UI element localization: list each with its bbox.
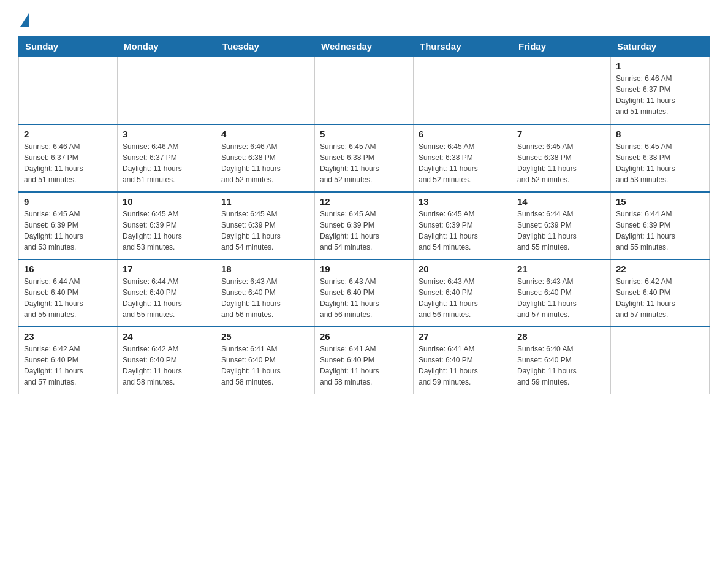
- calendar-day-cell: 25Sunrise: 6:41 AM Sunset: 6:40 PM Dayli…: [216, 327, 315, 394]
- day-number: 25: [221, 331, 309, 342]
- day-number: 12: [320, 196, 408, 207]
- day-info: Sunrise: 6:45 AM Sunset: 6:38 PM Dayligh…: [616, 141, 704, 185]
- calendar-day-cell: [611, 327, 710, 394]
- logo: [18, 12, 29, 25]
- calendar-day-cell: 8Sunrise: 6:45 AM Sunset: 6:38 PM Daylig…: [611, 124, 710, 192]
- calendar-day-header: Saturday: [611, 36, 710, 57]
- day-number: 4: [221, 129, 309, 139]
- day-number: 28: [517, 331, 605, 342]
- calendar-day-cell: 10Sunrise: 6:45 AM Sunset: 6:39 PM Dayli…: [118, 192, 216, 259]
- calendar-day-cell: 22Sunrise: 6:42 AM Sunset: 6:40 PM Dayli…: [611, 259, 710, 327]
- day-info: Sunrise: 6:46 AM Sunset: 6:37 PM Dayligh…: [616, 73, 704, 117]
- calendar-day-cell: 19Sunrise: 6:43 AM Sunset: 6:40 PM Dayli…: [315, 259, 414, 327]
- calendar-day-header: Friday: [512, 36, 611, 57]
- day-info: Sunrise: 6:42 AM Sunset: 6:40 PM Dayligh…: [616, 276, 704, 320]
- day-info: Sunrise: 6:42 AM Sunset: 6:40 PM Dayligh…: [24, 343, 112, 388]
- calendar-day-cell: [118, 57, 216, 124]
- calendar-day-cell: 4Sunrise: 6:46 AM Sunset: 6:38 PM Daylig…: [216, 124, 315, 192]
- calendar-week-row: 2Sunrise: 6:46 AM Sunset: 6:37 PM Daylig…: [19, 124, 710, 192]
- calendar-day-header: Sunday: [19, 36, 118, 57]
- day-number: 21: [517, 264, 605, 274]
- day-info: Sunrise: 6:45 AM Sunset: 6:39 PM Dayligh…: [24, 209, 112, 253]
- calendar-day-header: Tuesday: [216, 36, 315, 57]
- calendar-day-header: Monday: [118, 36, 216, 57]
- day-number: 17: [123, 264, 211, 274]
- day-number: 5: [320, 129, 408, 139]
- day-number: 24: [123, 331, 211, 342]
- day-info: Sunrise: 6:41 AM Sunset: 6:40 PM Dayligh…: [419, 343, 507, 388]
- calendar-table: SundayMondayTuesdayWednesdayThursdayFrid…: [18, 36, 710, 394]
- calendar-week-row: 16Sunrise: 6:44 AM Sunset: 6:40 PM Dayli…: [19, 259, 710, 327]
- day-info: Sunrise: 6:45 AM Sunset: 6:39 PM Dayligh…: [123, 209, 211, 253]
- day-info: Sunrise: 6:45 AM Sunset: 6:38 PM Dayligh…: [517, 141, 605, 185]
- day-info: Sunrise: 6:41 AM Sunset: 6:40 PM Dayligh…: [221, 343, 309, 388]
- calendar-week-row: 1Sunrise: 6:46 AM Sunset: 6:37 PM Daylig…: [19, 57, 710, 124]
- day-info: Sunrise: 6:45 AM Sunset: 6:39 PM Dayligh…: [221, 209, 309, 253]
- calendar-day-cell: [19, 57, 118, 124]
- calendar-day-cell: 27Sunrise: 6:41 AM Sunset: 6:40 PM Dayli…: [414, 327, 512, 394]
- day-number: 22: [616, 264, 704, 274]
- day-number: 2: [24, 129, 112, 139]
- day-number: 15: [616, 196, 704, 207]
- calendar-day-cell: 16Sunrise: 6:44 AM Sunset: 6:40 PM Dayli…: [19, 259, 118, 327]
- day-info: Sunrise: 6:46 AM Sunset: 6:37 PM Dayligh…: [24, 141, 112, 185]
- day-number: 6: [419, 129, 507, 139]
- day-info: Sunrise: 6:42 AM Sunset: 6:40 PM Dayligh…: [123, 343, 211, 388]
- calendar-day-cell: 24Sunrise: 6:42 AM Sunset: 6:40 PM Dayli…: [118, 327, 216, 394]
- day-info: Sunrise: 6:45 AM Sunset: 6:39 PM Dayligh…: [419, 209, 507, 253]
- calendar-day-cell: 1Sunrise: 6:46 AM Sunset: 6:37 PM Daylig…: [611, 57, 710, 124]
- calendar-day-cell: 11Sunrise: 6:45 AM Sunset: 6:39 PM Dayli…: [216, 192, 315, 259]
- day-number: 27: [419, 331, 507, 342]
- day-number: 14: [517, 196, 605, 207]
- day-info: Sunrise: 6:44 AM Sunset: 6:39 PM Dayligh…: [616, 209, 704, 253]
- day-info: Sunrise: 6:45 AM Sunset: 6:38 PM Dayligh…: [320, 141, 408, 185]
- day-number: 11: [221, 196, 309, 207]
- day-number: 9: [24, 196, 112, 207]
- day-number: 20: [419, 264, 507, 274]
- calendar-day-cell: 3Sunrise: 6:46 AM Sunset: 6:37 PM Daylig…: [118, 124, 216, 192]
- calendar-day-cell: 23Sunrise: 6:42 AM Sunset: 6:40 PM Dayli…: [19, 327, 118, 394]
- calendar-day-cell: 5Sunrise: 6:45 AM Sunset: 6:38 PM Daylig…: [315, 124, 414, 192]
- day-number: 19: [320, 264, 408, 274]
- logo-triangle-icon: [20, 13, 29, 27]
- day-info: Sunrise: 6:43 AM Sunset: 6:40 PM Dayligh…: [320, 276, 408, 320]
- calendar-day-cell: [512, 57, 611, 124]
- day-info: Sunrise: 6:43 AM Sunset: 6:40 PM Dayligh…: [517, 276, 605, 320]
- day-number: 8: [616, 129, 704, 139]
- calendar-day-cell: 7Sunrise: 6:45 AM Sunset: 6:38 PM Daylig…: [512, 124, 611, 192]
- calendar-day-cell: 18Sunrise: 6:43 AM Sunset: 6:40 PM Dayli…: [216, 259, 315, 327]
- day-info: Sunrise: 6:44 AM Sunset: 6:40 PM Dayligh…: [24, 276, 112, 320]
- day-info: Sunrise: 6:45 AM Sunset: 6:38 PM Dayligh…: [419, 141, 507, 185]
- day-number: 23: [24, 331, 112, 342]
- day-number: 10: [123, 196, 211, 207]
- day-info: Sunrise: 6:46 AM Sunset: 6:37 PM Dayligh…: [123, 141, 211, 185]
- calendar-day-cell: 12Sunrise: 6:45 AM Sunset: 6:39 PM Dayli…: [315, 192, 414, 259]
- day-number: 1: [616, 61, 704, 71]
- day-info: Sunrise: 6:41 AM Sunset: 6:40 PM Dayligh…: [320, 343, 408, 388]
- calendar-day-cell: 9Sunrise: 6:45 AM Sunset: 6:39 PM Daylig…: [19, 192, 118, 259]
- day-number: 7: [517, 129, 605, 139]
- calendar-day-cell: 26Sunrise: 6:41 AM Sunset: 6:40 PM Dayli…: [315, 327, 414, 394]
- day-info: Sunrise: 6:46 AM Sunset: 6:38 PM Dayligh…: [221, 141, 309, 185]
- calendar-day-cell: 17Sunrise: 6:44 AM Sunset: 6:40 PM Dayli…: [118, 259, 216, 327]
- calendar-day-cell: [414, 57, 512, 124]
- page-header: [18, 12, 710, 25]
- day-info: Sunrise: 6:44 AM Sunset: 6:39 PM Dayligh…: [517, 209, 605, 253]
- calendar-day-cell: 21Sunrise: 6:43 AM Sunset: 6:40 PM Dayli…: [512, 259, 611, 327]
- day-number: 3: [123, 129, 211, 139]
- day-info: Sunrise: 6:44 AM Sunset: 6:40 PM Dayligh…: [123, 276, 211, 320]
- calendar-day-cell: 2Sunrise: 6:46 AM Sunset: 6:37 PM Daylig…: [19, 124, 118, 192]
- day-info: Sunrise: 6:43 AM Sunset: 6:40 PM Dayligh…: [419, 276, 507, 320]
- calendar-day-cell: [315, 57, 414, 124]
- day-number: 16: [24, 264, 112, 274]
- calendar-day-cell: 13Sunrise: 6:45 AM Sunset: 6:39 PM Dayli…: [414, 192, 512, 259]
- day-number: 18: [221, 264, 309, 274]
- calendar-day-cell: 6Sunrise: 6:45 AM Sunset: 6:38 PM Daylig…: [414, 124, 512, 192]
- calendar-day-cell: 28Sunrise: 6:40 AM Sunset: 6:40 PM Dayli…: [512, 327, 611, 394]
- day-number: 13: [419, 196, 507, 207]
- day-number: 26: [320, 331, 408, 342]
- calendar-day-cell: 15Sunrise: 6:44 AM Sunset: 6:39 PM Dayli…: [611, 192, 710, 259]
- calendar-day-cell: 14Sunrise: 6:44 AM Sunset: 6:39 PM Dayli…: [512, 192, 611, 259]
- day-info: Sunrise: 6:40 AM Sunset: 6:40 PM Dayligh…: [517, 343, 605, 388]
- calendar-day-cell: [216, 57, 315, 124]
